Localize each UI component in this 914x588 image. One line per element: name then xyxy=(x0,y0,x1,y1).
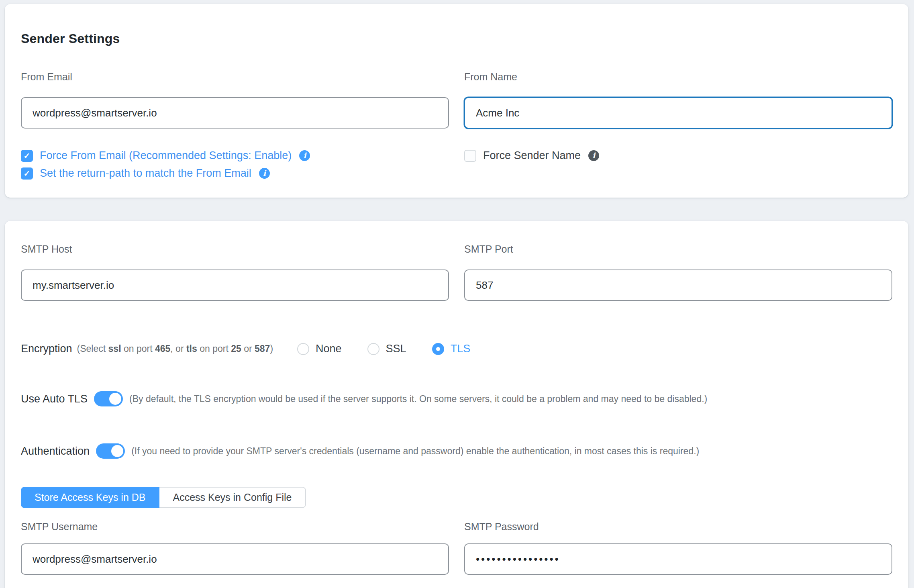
smtp-username-field-group: SMTP Username xyxy=(21,521,449,575)
smtp-host-input[interactable] xyxy=(21,270,449,301)
auto-tls-row: Use Auto TLS (By default, the TLS encryp… xyxy=(21,391,892,406)
return-path-checkbox-checked[interactable]: ✓ xyxy=(21,167,33,180)
smtp-settings-card: SMTP Host SMTP Port Encryption (Select s… xyxy=(5,221,908,588)
force-from-email-checkbox-checked[interactable]: ✓ xyxy=(21,150,33,162)
return-path-option[interactable]: ✓ Set the return-path to match the From … xyxy=(21,167,449,180)
force-sender-name-option[interactable]: Force Sender Name i xyxy=(464,149,892,162)
smtp-username-input[interactable] xyxy=(21,543,449,575)
smtp-password-field-group: SMTP Password xyxy=(464,521,892,575)
encryption-hint: (Select ssl on port 465, or tls on port … xyxy=(77,343,273,354)
sender-settings-title: Sender Settings xyxy=(21,4,892,46)
authentication-label: Authentication xyxy=(21,445,90,457)
sender-email-options: ✓ Force From Email (Recommended Settings… xyxy=(21,149,449,180)
radio-unselected-icon[interactable] xyxy=(367,343,379,355)
sender-options-grid: ✓ Force From Email (Recommended Settings… xyxy=(21,129,892,180)
force-from-email-option[interactable]: ✓ Force From Email (Recommended Settings… xyxy=(21,149,449,162)
auto-tls-toggle-on[interactable] xyxy=(94,391,123,406)
authentication-toggle-on[interactable] xyxy=(96,443,125,459)
tab-keys-config-file[interactable]: Access Keys in Config File xyxy=(159,487,306,508)
info-icon[interactable]: i xyxy=(259,168,270,179)
tab-store-keys-db[interactable]: Store Access Keys in DB xyxy=(21,487,159,508)
force-from-email-label: Force From Email (Recommended Settings: … xyxy=(40,149,292,162)
encryption-row: Encryption (Select ssl on port 465, or t… xyxy=(21,343,892,355)
sender-name-options: Force Sender Name i xyxy=(464,149,892,180)
smtp-password-label: SMTP Password xyxy=(464,521,892,533)
encryption-none-label: None xyxy=(316,343,342,355)
smtp-port-input[interactable] xyxy=(464,270,892,301)
key-storage-tabs: Store Access Keys in DB Access Keys in C… xyxy=(21,487,306,508)
force-sender-name-checkbox-unchecked[interactable] xyxy=(464,150,476,162)
from-name-field-group: From Name xyxy=(464,71,892,129)
auto-tls-label: Use Auto TLS xyxy=(21,393,88,405)
smtp-settings-page: { "theme": { "primary_blue": "#409eff", … xyxy=(0,0,914,588)
encryption-ssl-label: SSL xyxy=(386,343,406,355)
auto-tls-hint: (By default, the TLS encryption would be… xyxy=(129,394,707,404)
authentication-row: Authentication (If you need to provide y… xyxy=(21,443,892,459)
smtp-password-input[interactable] xyxy=(464,543,892,575)
from-name-label: From Name xyxy=(464,71,892,83)
from-email-field-group: From Email xyxy=(21,71,449,129)
smtp-credentials-grid: SMTP Username SMTP Password xyxy=(21,521,892,575)
smtp-username-label: SMTP Username xyxy=(21,521,449,533)
smtp-host-label: SMTP Host xyxy=(21,243,449,255)
force-sender-name-label: Force Sender Name xyxy=(483,149,581,162)
smtp-port-label: SMTP Port xyxy=(464,243,892,255)
radio-selected-icon[interactable] xyxy=(432,343,444,355)
encryption-tls-label: TLS xyxy=(451,343,471,355)
info-icon[interactable]: i xyxy=(588,150,599,161)
sender-fields-grid: From Email From Name xyxy=(21,71,892,129)
return-path-label: Set the return-path to match the From Em… xyxy=(40,167,251,180)
from-email-label: From Email xyxy=(21,71,449,83)
smtp-hostport-grid: SMTP Host SMTP Port xyxy=(21,243,892,301)
radio-unselected-icon[interactable] xyxy=(297,343,309,355)
encryption-radio-group: None SSL TLS xyxy=(297,343,470,355)
info-icon[interactable]: i xyxy=(299,150,310,161)
encryption-option-ssl[interactable]: SSL xyxy=(367,343,406,355)
encryption-option-none[interactable]: None xyxy=(297,343,342,355)
encryption-label: Encryption xyxy=(21,343,72,355)
sender-settings-card: Sender Settings From Email From Name ✓ F… xyxy=(5,4,908,198)
from-email-input[interactable] xyxy=(21,97,449,129)
encryption-option-tls[interactable]: TLS xyxy=(432,343,471,355)
from-name-input[interactable] xyxy=(464,97,892,129)
authentication-hint: (If you need to provide your SMTP server… xyxy=(131,446,699,457)
smtp-port-field-group: SMTP Port xyxy=(464,243,892,301)
smtp-host-field-group: SMTP Host xyxy=(21,243,449,301)
